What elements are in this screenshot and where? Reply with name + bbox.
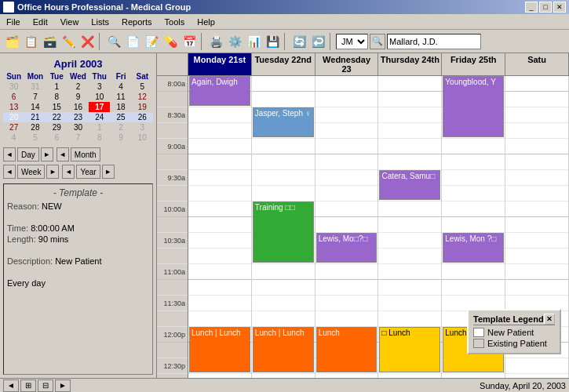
day-next-button[interactable]: ►	[41, 147, 53, 162]
cal-cell[interactable]	[188, 311, 251, 327]
menu-file[interactable]: File	[3, 16, 24, 27]
mini-cal-day[interactable]: 30	[3, 82, 24, 92]
appointment[interactable]: Catera, Samu□	[379, 170, 440, 200]
mini-cal-day[interactable]: 6	[46, 132, 67, 143]
mini-cal-day[interactable]: 11	[110, 92, 131, 102]
cal-cell[interactable]	[378, 123, 441, 139]
mini-cal-day[interactable]: 3	[89, 82, 110, 92]
toolbar-btn-14[interactable]: 💾	[264, 33, 281, 50]
month-prev-button[interactable]: ◄	[57, 147, 69, 162]
cal-cell[interactable]	[188, 233, 251, 249]
mini-cal-day[interactable]: 12	[132, 92, 153, 102]
cal-cell[interactable]	[316, 296, 378, 311]
mini-cal-day[interactable]: 23	[67, 112, 89, 122]
mini-cal-day[interactable]: 28	[24, 122, 46, 132]
mini-cal-day[interactable]: 31	[24, 82, 46, 92]
mini-cal-day[interactable]: 16	[67, 102, 89, 112]
cal-cell[interactable]	[378, 107, 441, 123]
day-button[interactable]: Day	[17, 147, 39, 162]
cal-cell[interactable]	[378, 249, 441, 264]
cal-header-thu[interactable]: Thursday 24th	[378, 53, 442, 75]
cal-cell[interactable]	[316, 201, 378, 217]
cal-cell[interactable]	[316, 107, 378, 123]
cal-cell[interactable]	[505, 264, 568, 280]
cal-cell[interactable]	[188, 280, 251, 296]
cal-cell[interactable]	[505, 76, 568, 92]
cal-cell[interactable]	[378, 217, 441, 233]
mini-cal-day[interactable]: 10	[132, 132, 153, 143]
cal-cell[interactable]	[316, 92, 378, 107]
toolbar-btn-2[interactable]: 📋	[22, 33, 39, 50]
mini-cal-day[interactable]: 13	[3, 102, 24, 112]
window-controls[interactable]: _ □ ✕	[525, 2, 566, 13]
toolbar-btn-4[interactable]: ✏️	[60, 33, 77, 50]
cal-cell[interactable]	[505, 170, 568, 186]
mini-cal-day[interactable]: 3	[132, 122, 153, 132]
cal-header-tue[interactable]: Tuesday 22nd	[252, 53, 316, 75]
cal-cell[interactable]	[378, 311, 441, 327]
cal-cell[interactable]	[316, 123, 378, 139]
cal-cell[interactable]	[378, 264, 441, 280]
toolbar-btn-10[interactable]: 📅	[181, 33, 198, 50]
cal-cell[interactable]	[252, 264, 315, 280]
mini-cal-day[interactable]: 7	[67, 132, 89, 143]
provider-name-field[interactable]	[387, 34, 481, 49]
cal-cell[interactable]	[442, 139, 505, 154]
appointment[interactable]: Lewis, Mo□?□	[316, 233, 378, 263]
toolbar-btn-13[interactable]: 📊	[245, 33, 262, 50]
appointment[interactable]: Lunch | Lunch	[189, 327, 250, 372]
toolbar-btn-15[interactable]: 🔄	[290, 33, 308, 50]
appointment[interactable]: Lunch	[316, 327, 378, 372]
mini-cal-day[interactable]: 21	[24, 112, 46, 122]
cal-cell[interactable]	[252, 311, 315, 327]
mini-cal-day[interactable]: 10	[89, 92, 110, 102]
year-prev-button[interactable]: ◄	[62, 165, 75, 179]
mini-cal-day[interactable]: 4	[110, 82, 131, 92]
toolbar-btn-9[interactable]: 💊	[162, 33, 179, 50]
mini-cal-day[interactable]: 22	[46, 112, 67, 122]
cal-cell[interactable]	[505, 123, 568, 139]
cal-cell[interactable]	[252, 76, 315, 92]
cal-cell[interactable]	[378, 280, 441, 296]
year-next-button[interactable]: ►	[102, 165, 115, 179]
cal-cell[interactable]	[378, 92, 441, 107]
cal-header-fri[interactable]: Friday 25th	[442, 53, 505, 75]
cal-cell[interactable]	[378, 233, 441, 249]
cal-cell[interactable]	[505, 154, 568, 170]
mini-cal-day[interactable]: 20	[3, 112, 24, 122]
mini-cal-day[interactable]: 15	[46, 102, 67, 112]
mini-cal-day[interactable]: 14	[24, 102, 46, 112]
cal-cell[interactable]	[188, 186, 251, 201]
status-btn-4[interactable]: ►	[55, 379, 71, 392]
appointment[interactable]: □ Lunch	[379, 327, 440, 372]
week-button[interactable]: Week	[17, 165, 45, 179]
week-prev-button[interactable]: ◄	[3, 165, 16, 179]
cal-cell[interactable]	[505, 280, 568, 296]
cal-cell[interactable]	[505, 107, 568, 123]
cal-cell[interactable]	[316, 264, 378, 280]
menu-reports[interactable]: Reports	[119, 16, 155, 27]
cal-cell[interactable]	[188, 139, 251, 154]
provider-search-button[interactable]: 🔍	[370, 34, 385, 49]
mini-cal-day[interactable]: 25	[110, 112, 131, 122]
appointment[interactable]: Jasper, Steph ♀	[253, 107, 314, 137]
cal-cell[interactable]	[442, 170, 505, 186]
cal-cell[interactable]	[505, 92, 568, 107]
toolbar-btn-3[interactable]: 🗃️	[41, 33, 58, 50]
cal-cell[interactable]	[378, 76, 441, 92]
toolbar-btn-1[interactable]: 🗂️	[3, 33, 20, 50]
toolbar-btn-6[interactable]: 🔍	[105, 33, 122, 50]
cal-cell[interactable]	[505, 139, 568, 154]
appointment[interactable]: Youngblood, Y	[443, 76, 504, 137]
appointment[interactable]: Lunch | Lunch	[253, 327, 314, 372]
appointment[interactable]: Lewis, Mon ?□	[443, 233, 504, 263]
cal-cell[interactable]	[252, 186, 315, 201]
toolbar-btn-8[interactable]: 📝	[143, 33, 160, 50]
day-prev-button[interactable]: ◄	[3, 147, 16, 162]
cal-cell[interactable]	[188, 264, 251, 280]
cal-cell[interactable]	[442, 280, 505, 296]
mini-cal-day[interactable]: 1	[89, 122, 110, 132]
cal-cell[interactable]	[188, 249, 251, 264]
mini-cal-day[interactable]: 27	[3, 122, 24, 132]
cal-cell[interactable]	[442, 264, 505, 280]
